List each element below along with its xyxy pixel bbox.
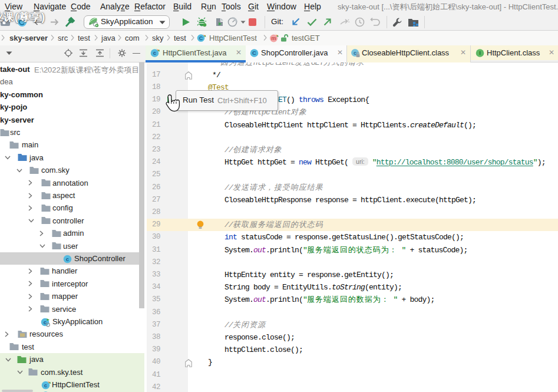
svg-text:c: c: [66, 255, 69, 262]
svg-text:m: m: [271, 35, 276, 41]
svg-text:C: C: [199, 35, 203, 41]
svg-text:I: I: [479, 50, 481, 56]
svg-text:C: C: [252, 50, 256, 56]
svg-text:c: c: [44, 381, 47, 388]
svg-text:c: c: [153, 50, 156, 56]
svg-text:c: c: [354, 50, 356, 56]
